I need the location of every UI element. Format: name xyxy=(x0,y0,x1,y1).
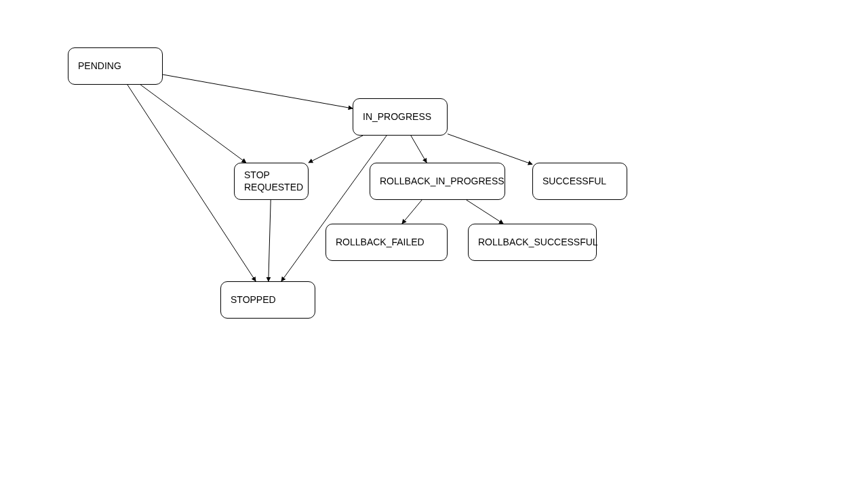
state-label: IN_PROGRESS xyxy=(363,111,431,123)
edge-in_progress-to-successful xyxy=(448,134,532,165)
state-label: STOPPED xyxy=(231,294,276,306)
state-rollback-failed: ROLLBACK_FAILED xyxy=(326,224,448,261)
state-label: SUCCESSFUL xyxy=(542,176,606,188)
edge-rollback_in_progress-to-rollback_failed xyxy=(402,200,422,224)
diagram-canvas: PENDING IN_PROGRESS STOP REQUESTED ROLLB… xyxy=(0,0,868,488)
state-label: ROLLBACK_SUCCESSFUL xyxy=(478,237,598,249)
state-rollback-successful: ROLLBACK_SUCCESSFUL xyxy=(468,224,597,261)
edge-rollback_in_progress-to-rollback_successful xyxy=(467,200,503,224)
edge-pending-to-in_progress xyxy=(163,75,353,108)
edge-in_progress-to-stop_requested xyxy=(309,136,363,163)
state-label: ROLLBACK_FAILED xyxy=(336,237,425,249)
edge-pending-to-stop_requested xyxy=(140,85,246,163)
edge-in_progress-to-rollback_in_progress xyxy=(411,136,427,163)
state-label: PENDING xyxy=(78,60,121,73)
state-label: STOP REQUESTED xyxy=(244,169,303,193)
state-stopped: STOPPED xyxy=(220,281,315,319)
edge-stop_requested-to-stopped xyxy=(269,200,271,281)
state-rollback-in-progress: ROLLBACK_IN_PROGRESS xyxy=(370,163,505,200)
state-stop-requested: STOP REQUESTED xyxy=(234,163,309,200)
state-in-progress: IN_PROGRESS xyxy=(353,98,448,136)
state-label: ROLLBACK_IN_PROGRESS xyxy=(380,176,505,188)
state-successful: SUCCESSFUL xyxy=(532,163,627,200)
state-pending: PENDING xyxy=(68,47,163,85)
